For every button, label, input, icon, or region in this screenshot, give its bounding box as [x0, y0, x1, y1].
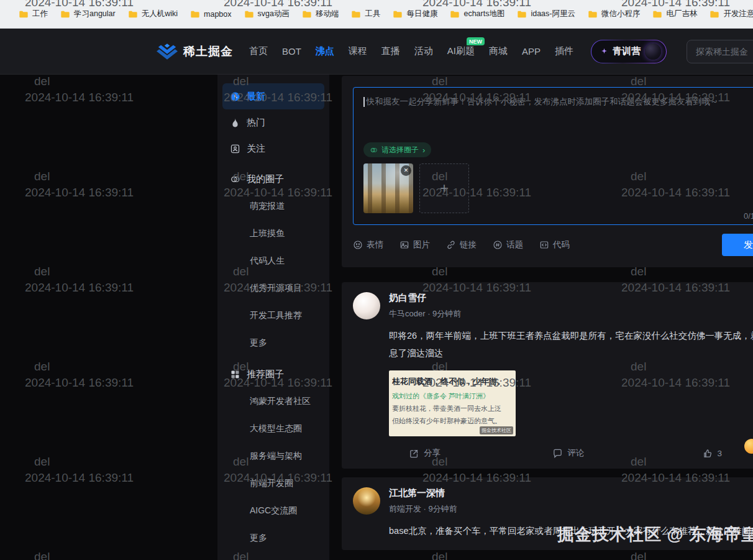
- link-tool-button[interactable]: 链接: [446, 239, 477, 250]
- avatar[interactable]: [353, 292, 380, 319]
- tool-label: 链接: [460, 239, 477, 250]
- bookmark-label: 微信小程序: [601, 9, 641, 19]
- bookmark-item[interactable]: 无人机wiki: [123, 6, 183, 22]
- sidebar-group-header[interactable]: 推荐圈子: [222, 360, 324, 388]
- bookmark-label: mapbox: [204, 10, 231, 19]
- post-author[interactable]: 江北第一深情: [389, 487, 457, 499]
- bookmark-item[interactable]: 开发注意: [705, 6, 753, 22]
- sidebar-subitem[interactable]: 代码人生: [222, 247, 324, 275]
- bookmark-label: 工具: [365, 9, 380, 19]
- nav-item[interactable]: 活动: [414, 45, 433, 57]
- sidebar-subitem[interactable]: 优秀开源项目: [222, 275, 324, 302]
- plus-icon: +: [440, 180, 449, 197]
- bookmark-item[interactable]: 工具: [346, 6, 385, 22]
- sidebar-subitem[interactable]: 更多: [222, 525, 324, 552]
- folder-icon: [190, 10, 200, 19]
- nav-item[interactable]: 商城: [489, 45, 508, 57]
- comment-button[interactable]: 评论: [496, 448, 640, 459]
- nav-item[interactable]: 插件: [555, 45, 573, 57]
- sidebar-item[interactable]: 最新: [222, 83, 324, 109]
- nav-item[interactable]: 沸点: [316, 45, 334, 57]
- sidebar-subitem[interactable]: 更多: [222, 329, 324, 357]
- nav-item[interactable]: APP: [522, 46, 541, 57]
- search-input[interactable]: [687, 40, 753, 63]
- bookmark-item[interactable]: 电厂吉林: [647, 6, 702, 22]
- folder-icon: [588, 10, 598, 19]
- bookmark-item[interactable]: echarts地图: [445, 6, 509, 22]
- bookmark-label: 电厂吉林: [666, 9, 697, 19]
- folder-icon: [19, 10, 29, 19]
- site-logo-text: 稀土掘金: [183, 44, 233, 60]
- like-button[interactable]: 3: [641, 448, 753, 459]
- sidebar-subitem[interactable]: 鸿蒙开发者社区: [222, 388, 324, 415]
- nav-item[interactable]: 首页: [249, 45, 268, 57]
- page-body: 最新热门关注我的圈子萌宠报道上班摸鱼代码人生优秀开源项目开发工具推荐更多推荐圈子…: [0, 75, 753, 560]
- code-tool-button[interactable]: 代码: [539, 239, 570, 250]
- like-count: 3: [718, 449, 723, 458]
- sidebar-item-label: 我的圈子: [247, 173, 284, 185]
- circles-icon: [230, 174, 240, 185]
- bookmark-item[interactable]: mapbox: [185, 7, 236, 21]
- sidebar-subitem[interactable]: 上班摸鱼: [222, 220, 324, 247]
- site-logo[interactable]: 稀土掘金: [157, 43, 233, 60]
- tool-label: 代码: [553, 239, 570, 250]
- nav-item[interactable]: 课程: [349, 45, 367, 57]
- sidebar-subitem[interactable]: AIGC交流圈: [222, 497, 324, 525]
- action-label: 分享: [424, 448, 440, 459]
- select-circle-button[interactable]: 请选择圈子 ›: [363, 142, 431, 157]
- sidebar-subitem[interactable]: 大模型生态圈: [222, 415, 324, 443]
- sidebar-subitem[interactable]: 萌宠报道: [222, 193, 324, 220]
- sidebar-subitem[interactable]: 开发工具推荐: [222, 302, 324, 329]
- quote-line: 但始终没有少年时那种豪迈的意气。: [392, 416, 511, 426]
- sidebar-item[interactable]: 关注: [222, 135, 324, 162]
- bookmark-label: 移动端: [316, 9, 339, 19]
- nav-item[interactable]: 直播: [381, 45, 400, 57]
- sidebar-item[interactable]: 热门: [222, 109, 324, 135]
- uploaded-image-thumbnail[interactable]: ✕: [363, 163, 413, 213]
- post-author[interactable]: 奶白雪仔: [389, 292, 461, 304]
- remove-image-button[interactable]: ✕: [401, 165, 411, 176]
- bookmark-label: 开发注意: [723, 9, 753, 19]
- bookmark-item[interactable]: svga动画: [239, 6, 294, 22]
- quote-card-image[interactable]: 桂花同载酒，终不似，少年游。 戏刘过的《唐多令 芦叶满汀洲》 要折枝桂花，带壶美…: [389, 370, 516, 437]
- folder-icon: [60, 10, 70, 19]
- youth-camp-button[interactable]: 青训营: [591, 40, 667, 63]
- bookmark-item[interactable]: 学习angular: [55, 6, 121, 22]
- sidebar-group-header[interactable]: 我的圈子: [222, 165, 324, 193]
- topic-tool-button[interactable]: 话题: [493, 239, 523, 250]
- emoji-tool-button[interactable]: 表情: [353, 239, 383, 250]
- share-button[interactable]: 分享: [353, 448, 496, 459]
- nav-label: 活动: [414, 45, 433, 56]
- publish-button[interactable]: 发布: [722, 234, 753, 256]
- post-actions: 分享 评论 3: [353, 448, 753, 459]
- folder-icon: [302, 10, 312, 19]
- bookmark-item[interactable]: 微信小程序: [583, 6, 646, 22]
- bookmark-label: echarts地图: [463, 9, 504, 19]
- bookmark-item[interactable]: 移动端: [297, 6, 344, 22]
- chevron-right-icon: ›: [422, 146, 425, 154]
- bookmarks-bar: 工作学习angular无人机wikimapboxsvga动画移动端工具每日健康e…: [0, 0, 753, 29]
- text-caret: [363, 97, 365, 107]
- post-card: 奶白雪仔 牛马coder · 9分钟前 即将26，两年半前端，上班下班王者养点盆…: [342, 282, 753, 469]
- nav-item[interactable]: BOT: [282, 46, 301, 57]
- bookmark-label: idaas-阿里云: [531, 9, 575, 19]
- bookmark-label: 学习angular: [74, 9, 116, 19]
- bookmark-item[interactable]: idaas-阿里云: [512, 6, 580, 22]
- action-label: 评论: [567, 448, 584, 459]
- composer-bar: 表情图片链接话题代码 发布: [353, 234, 753, 256]
- bookmark-label: 无人机wiki: [142, 9, 178, 19]
- image-tool-button[interactable]: 图片: [399, 239, 430, 250]
- feed: 快和掘友一起分享新鲜事！告诉你个小秘密，发布沸点时添加圈子和话题会被更多掘友看到…: [342, 76, 753, 550]
- sidebar-subitem[interactable]: 服务端与架构: [222, 443, 324, 470]
- nav-item[interactable]: AI刷题NEW: [447, 45, 475, 57]
- nav-label: AI刷题: [447, 45, 475, 56]
- bookmark-item[interactable]: 工作: [14, 6, 53, 22]
- camp-orb-decoration: [645, 44, 661, 60]
- avatar[interactable]: [353, 487, 380, 515]
- bookmark-label: 工作: [32, 9, 48, 19]
- add-image-tile[interactable]: +: [419, 163, 469, 213]
- sidebar-subitem[interactable]: 前端开发圈: [222, 470, 324, 497]
- bookmark-item[interactable]: 每日健康: [388, 6, 442, 22]
- topic-icon: [493, 240, 503, 250]
- composer-editor[interactable]: 快和掘友一起分享新鲜事！告诉你个小秘密，发布沸点时添加圈子和话题会被更多掘友看到…: [353, 87, 753, 225]
